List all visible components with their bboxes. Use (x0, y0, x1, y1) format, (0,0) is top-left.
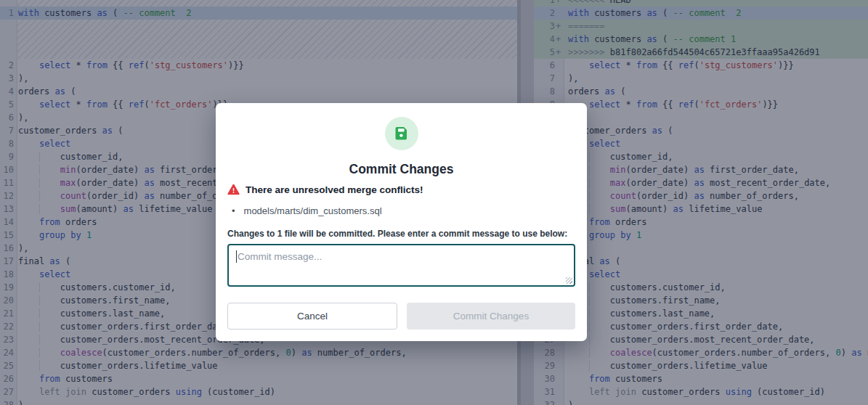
merge-conflict-warning: There are unresolved merge conflicts! (227, 183, 575, 196)
warning-text: There are unresolved merge conflicts! (246, 184, 423, 195)
commit-changes-modal: Commit Changes There are unresolved merg… (216, 103, 587, 341)
warning-triangle-icon (227, 184, 240, 195)
ide-screen: 1with customers as ( -- comment 22 selec… (0, 0, 868, 405)
cancel-button[interactable]: Cancel (227, 303, 397, 330)
commit-changes-button[interactable]: Commit Changes (407, 303, 575, 330)
save-floppy-icon (393, 125, 410, 142)
conflicted-file-item: • models/marts/dim_customers.sql (227, 205, 575, 216)
commit-instruction: Changes to 1 file will be committed. Ple… (227, 229, 575, 239)
commit-message-wrap (227, 244, 575, 287)
save-icon-badge (385, 117, 418, 150)
conflicted-file-path: models/marts/dim_customers.sql (244, 205, 382, 216)
bullet-icon: • (232, 205, 235, 216)
modal-buttons: Cancel Commit Changes (227, 303, 575, 330)
commit-message-input[interactable] (227, 244, 575, 287)
text-cursor (236, 250, 237, 263)
modal-title: Commit Changes (227, 162, 575, 176)
